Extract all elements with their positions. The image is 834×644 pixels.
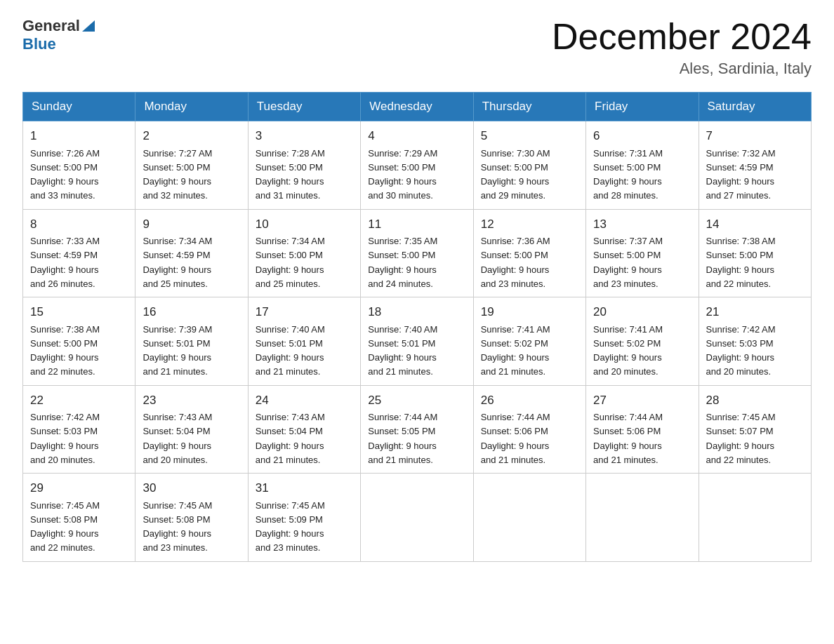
day-cell: 7Sunrise: 7:32 AMSunset: 4:59 PMDaylight… [699,121,811,210]
day-number: 20 [593,303,691,321]
day-info: Sunrise: 7:45 AMSunset: 5:09 PMDaylight:… [256,500,325,554]
day-number: 12 [481,215,578,234]
day-number: 21 [706,303,804,321]
day-info: Sunrise: 7:30 AMSunset: 5:00 PMDaylight:… [481,148,550,201]
day-number: 10 [256,215,353,234]
day-number: 4 [368,127,465,145]
logo-general-text: General [22,17,80,35]
day-number: 3 [256,127,353,145]
calendar-table: SundayMondayTuesdayWednesdayThursdayFrid… [22,92,812,562]
day-cell: 4Sunrise: 7:29 AMSunset: 5:00 PMDaylight… [361,121,473,210]
day-cell [361,474,473,562]
day-info: Sunrise: 7:45 AMSunset: 5:08 PMDaylight:… [143,500,212,554]
day-number: 26 [481,391,578,410]
month-title: December 2024 [552,17,812,57]
day-info: Sunrise: 7:26 AMSunset: 5:00 PMDaylight:… [30,148,100,201]
day-info: Sunrise: 7:34 AMSunset: 5:00 PMDaylight:… [256,236,325,289]
day-cell: 24Sunrise: 7:43 AMSunset: 5:04 PMDayligh… [248,385,360,474]
week-row-4: 22Sunrise: 7:42 AMSunset: 5:03 PMDayligh… [23,385,812,474]
day-number: 6 [593,127,691,145]
day-cell: 17Sunrise: 7:40 AMSunset: 5:01 PMDayligh… [248,297,360,386]
day-number: 14 [706,215,804,234]
day-cell: 23Sunrise: 7:43 AMSunset: 5:04 PMDayligh… [135,385,248,474]
day-cell: 31Sunrise: 7:45 AMSunset: 5:09 PMDayligh… [248,474,360,562]
day-info: Sunrise: 7:40 AMSunset: 5:01 PMDaylight:… [368,324,437,377]
day-number: 18 [368,303,465,321]
week-row-3: 15Sunrise: 7:38 AMSunset: 5:00 PMDayligh… [23,297,812,386]
day-number: 9 [143,215,240,234]
day-cell: 29Sunrise: 7:45 AMSunset: 5:08 PMDayligh… [23,474,135,562]
day-cell: 22Sunrise: 7:42 AMSunset: 5:03 PMDayligh… [23,385,135,474]
day-cell: 11Sunrise: 7:35 AMSunset: 5:00 PMDayligh… [361,209,473,297]
day-number: 19 [481,303,578,321]
day-cell: 3Sunrise: 7:28 AMSunset: 5:00 PMDaylight… [248,121,360,210]
day-number: 2 [143,127,240,145]
day-number: 23 [143,391,240,410]
day-info: Sunrise: 7:38 AMSunset: 5:00 PMDaylight:… [706,236,776,289]
day-cell: 10Sunrise: 7:34 AMSunset: 5:00 PMDayligh… [248,209,360,297]
day-info: Sunrise: 7:28 AMSunset: 5:00 PMDaylight:… [256,148,325,201]
logo-triangle-icon [81,18,96,33]
day-cell: 8Sunrise: 7:33 AMSunset: 4:59 PMDaylight… [23,209,135,297]
day-number: 28 [706,391,804,410]
day-header-sunday: Sunday [23,93,135,121]
day-number: 27 [593,391,691,410]
day-number: 5 [481,127,578,145]
day-header-tuesday: Tuesday [248,93,360,121]
day-info: Sunrise: 7:38 AMSunset: 5:00 PMDaylight:… [30,324,100,377]
day-cell: 16Sunrise: 7:39 AMSunset: 5:01 PMDayligh… [135,297,248,386]
day-info: Sunrise: 7:27 AMSunset: 5:00 PMDaylight:… [143,148,212,201]
day-cell [586,474,699,562]
day-info: Sunrise: 7:32 AMSunset: 4:59 PMDaylight:… [706,148,776,201]
day-info: Sunrise: 7:44 AMSunset: 5:06 PMDaylight:… [593,412,663,465]
day-header-friday: Friday [586,93,699,121]
title-area: December 2024 Ales, Sardinia, Italy [552,17,812,78]
day-number: 31 [256,479,353,497]
day-number: 13 [593,215,691,234]
day-cell [473,474,585,562]
week-row-5: 29Sunrise: 7:45 AMSunset: 5:08 PMDayligh… [23,474,812,562]
day-info: Sunrise: 7:29 AMSunset: 5:00 PMDaylight:… [368,148,437,201]
day-cell: 21Sunrise: 7:42 AMSunset: 5:03 PMDayligh… [699,297,811,386]
day-number: 22 [30,391,128,410]
day-info: Sunrise: 7:34 AMSunset: 4:59 PMDaylight:… [143,236,212,289]
day-number: 8 [30,215,128,234]
day-header-thursday: Thursday [473,93,585,121]
location-title: Ales, Sardinia, Italy [552,60,812,78]
day-cell: 18Sunrise: 7:40 AMSunset: 5:01 PMDayligh… [361,297,473,386]
day-number: 17 [256,303,353,321]
day-cell: 12Sunrise: 7:36 AMSunset: 5:00 PMDayligh… [473,209,585,297]
week-row-1: 1Sunrise: 7:26 AMSunset: 5:00 PMDaylight… [23,121,812,210]
day-number: 15 [30,303,128,321]
day-cell: 2Sunrise: 7:27 AMSunset: 5:00 PMDaylight… [135,121,248,210]
day-cell: 9Sunrise: 7:34 AMSunset: 4:59 PMDaylight… [135,209,248,297]
day-cell [699,474,811,562]
day-info: Sunrise: 7:33 AMSunset: 4:59 PMDaylight:… [30,236,100,289]
week-row-2: 8Sunrise: 7:33 AMSunset: 4:59 PMDaylight… [23,209,812,297]
day-info: Sunrise: 7:43 AMSunset: 5:04 PMDaylight:… [143,412,212,465]
day-info: Sunrise: 7:44 AMSunset: 5:05 PMDaylight:… [368,412,437,465]
day-cell: 28Sunrise: 7:45 AMSunset: 5:07 PMDayligh… [699,385,811,474]
logo: General Blue [22,17,96,53]
day-number: 1 [30,127,128,145]
header: General Blue December 2024 Ales, Sardini… [22,17,812,78]
day-info: Sunrise: 7:45 AMSunset: 5:07 PMDaylight:… [706,412,776,465]
day-cell: 30Sunrise: 7:45 AMSunset: 5:08 PMDayligh… [135,474,248,562]
day-header-saturday: Saturday [699,93,811,121]
day-cell: 5Sunrise: 7:30 AMSunset: 5:00 PMDaylight… [473,121,585,210]
day-cell: 1Sunrise: 7:26 AMSunset: 5:00 PMDaylight… [23,121,135,210]
day-info: Sunrise: 7:37 AMSunset: 5:00 PMDaylight:… [593,236,663,289]
day-info: Sunrise: 7:43 AMSunset: 5:04 PMDaylight:… [256,412,325,465]
day-cell: 13Sunrise: 7:37 AMSunset: 5:00 PMDayligh… [586,209,699,297]
day-cell: 19Sunrise: 7:41 AMSunset: 5:02 PMDayligh… [473,297,585,386]
day-number: 16 [143,303,240,321]
day-info: Sunrise: 7:42 AMSunset: 5:03 PMDaylight:… [30,412,100,465]
day-number: 7 [706,127,804,145]
day-cell: 14Sunrise: 7:38 AMSunset: 5:00 PMDayligh… [699,209,811,297]
day-cell: 25Sunrise: 7:44 AMSunset: 5:05 PMDayligh… [361,385,473,474]
day-info: Sunrise: 7:40 AMSunset: 5:01 PMDaylight:… [256,324,325,377]
day-cell: 20Sunrise: 7:41 AMSunset: 5:02 PMDayligh… [586,297,699,386]
day-info: Sunrise: 7:44 AMSunset: 5:06 PMDaylight:… [481,412,550,465]
day-header-wednesday: Wednesday [361,93,473,121]
day-cell: 27Sunrise: 7:44 AMSunset: 5:06 PMDayligh… [586,385,699,474]
